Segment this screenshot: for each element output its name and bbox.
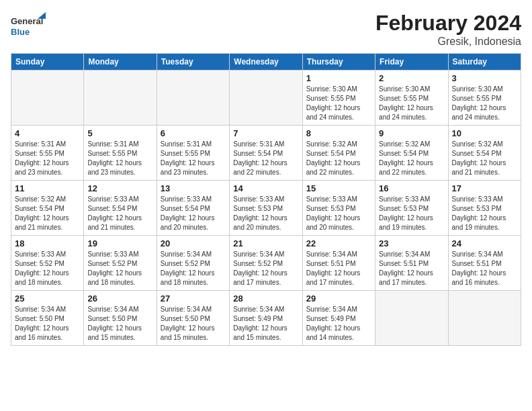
table-row: 27Sunrise: 5:34 AMSunset: 5:50 PMDayligh… xyxy=(157,291,229,346)
col-friday: Friday xyxy=(375,54,448,71)
table-row: 23Sunrise: 5:34 AMSunset: 5:51 PMDayligh… xyxy=(375,236,448,291)
day-number: 29 xyxy=(306,293,371,304)
day-number: 12 xyxy=(87,183,152,193)
day-info: Sunrise: 5:33 AMSunset: 5:53 PMDaylight:… xyxy=(233,195,298,232)
day-number: 6 xyxy=(161,128,226,138)
day-number: 7 xyxy=(233,128,298,138)
day-number: 21 xyxy=(233,238,298,248)
day-info: Sunrise: 5:31 AMSunset: 5:55 PMDaylight:… xyxy=(161,140,226,177)
day-number: 4 xyxy=(15,128,80,138)
table-row: 13Sunrise: 5:33 AMSunset: 5:54 PMDayligh… xyxy=(157,181,229,236)
day-info: Sunrise: 5:34 AMSunset: 5:50 PMDaylight:… xyxy=(15,305,80,342)
day-info: Sunrise: 5:33 AMSunset: 5:53 PMDaylight:… xyxy=(452,195,517,232)
table-row xyxy=(84,71,157,126)
day-number: 11 xyxy=(15,183,80,193)
day-info: Sunrise: 5:34 AMSunset: 5:52 PMDaylight:… xyxy=(161,250,226,287)
table-row: 8Sunrise: 5:32 AMSunset: 5:54 PMDaylight… xyxy=(302,126,375,181)
table-row: 3Sunrise: 5:30 AMSunset: 5:55 PMDaylight… xyxy=(448,71,521,126)
day-info: Sunrise: 5:32 AMSunset: 5:54 PMDaylight:… xyxy=(306,140,371,177)
day-info: Sunrise: 5:34 AMSunset: 5:51 PMDaylight:… xyxy=(379,250,444,287)
table-row: 20Sunrise: 5:34 AMSunset: 5:52 PMDayligh… xyxy=(157,236,229,291)
calendar-week-row: 11Sunrise: 5:32 AMSunset: 5:54 PMDayligh… xyxy=(11,181,521,236)
table-row: 16Sunrise: 5:33 AMSunset: 5:53 PMDayligh… xyxy=(375,181,448,236)
day-number: 19 xyxy=(87,238,152,248)
day-info: Sunrise: 5:34 AMSunset: 5:52 PMDaylight:… xyxy=(233,250,298,287)
col-thursday: Thursday xyxy=(302,54,375,71)
day-number: 13 xyxy=(161,183,226,193)
table-row xyxy=(375,291,448,346)
table-row: 4Sunrise: 5:31 AMSunset: 5:55 PMDaylight… xyxy=(11,126,84,181)
day-number: 14 xyxy=(233,183,298,193)
table-row: 28Sunrise: 5:34 AMSunset: 5:49 PMDayligh… xyxy=(230,291,302,346)
logo: General Blue xyxy=(11,11,51,46)
table-row: 5Sunrise: 5:31 AMSunset: 5:55 PMDaylight… xyxy=(84,126,157,181)
calendar-week-row: 25Sunrise: 5:34 AMSunset: 5:50 PMDayligh… xyxy=(11,291,521,346)
calendar-week-row: 4Sunrise: 5:31 AMSunset: 5:55 PMDaylight… xyxy=(11,126,521,181)
day-number: 10 xyxy=(452,128,517,138)
day-number: 16 xyxy=(379,183,444,193)
calendar-week-row: 1Sunrise: 5:30 AMSunset: 5:55 PMDaylight… xyxy=(11,71,521,126)
table-row xyxy=(230,71,302,126)
calendar-table: Sunday Monday Tuesday Wednesday Thursday… xyxy=(11,53,521,346)
table-row: 22Sunrise: 5:34 AMSunset: 5:51 PMDayligh… xyxy=(302,236,375,291)
calendar-subtitle: Gresik, Indonesia xyxy=(375,36,521,48)
day-info: Sunrise: 5:30 AMSunset: 5:55 PMDaylight:… xyxy=(306,85,371,122)
day-number: 15 xyxy=(306,183,371,193)
day-number: 23 xyxy=(379,238,444,248)
col-wednesday: Wednesday xyxy=(230,54,302,71)
day-info: Sunrise: 5:33 AMSunset: 5:53 PMDaylight:… xyxy=(306,195,371,232)
day-info: Sunrise: 5:31 AMSunset: 5:54 PMDaylight:… xyxy=(233,140,298,177)
table-row: 18Sunrise: 5:33 AMSunset: 5:52 PMDayligh… xyxy=(11,236,84,291)
table-row: 15Sunrise: 5:33 AMSunset: 5:53 PMDayligh… xyxy=(302,181,375,236)
day-number: 2 xyxy=(379,73,444,83)
day-number: 17 xyxy=(452,183,517,193)
table-row: 24Sunrise: 5:34 AMSunset: 5:51 PMDayligh… xyxy=(448,236,521,291)
day-info: Sunrise: 5:30 AMSunset: 5:55 PMDaylight:… xyxy=(452,85,517,122)
col-tuesday: Tuesday xyxy=(157,54,229,71)
calendar-week-row: 18Sunrise: 5:33 AMSunset: 5:52 PMDayligh… xyxy=(11,236,521,291)
day-info: Sunrise: 5:32 AMSunset: 5:54 PMDaylight:… xyxy=(15,195,80,232)
day-number: 1 xyxy=(306,73,371,83)
table-row: 29Sunrise: 5:34 AMSunset: 5:49 PMDayligh… xyxy=(302,291,375,346)
day-info: Sunrise: 5:32 AMSunset: 5:54 PMDaylight:… xyxy=(379,140,444,177)
day-number: 26 xyxy=(87,293,152,304)
table-row xyxy=(157,71,229,126)
table-row: 1Sunrise: 5:30 AMSunset: 5:55 PMDaylight… xyxy=(302,71,375,126)
table-row: 6Sunrise: 5:31 AMSunset: 5:55 PMDaylight… xyxy=(157,126,229,181)
table-row: 19Sunrise: 5:33 AMSunset: 5:52 PMDayligh… xyxy=(84,236,157,291)
logo-svg: General Blue xyxy=(11,11,51,43)
table-row: 11Sunrise: 5:32 AMSunset: 5:54 PMDayligh… xyxy=(11,181,84,236)
day-number: 5 xyxy=(87,128,152,138)
svg-text:Blue: Blue xyxy=(11,27,30,37)
day-info: Sunrise: 5:32 AMSunset: 5:54 PMDaylight:… xyxy=(452,140,517,177)
calendar-header-row: Sunday Monday Tuesday Wednesday Thursday… xyxy=(11,54,521,71)
col-monday: Monday xyxy=(84,54,157,71)
day-info: Sunrise: 5:33 AMSunset: 5:52 PMDaylight:… xyxy=(15,250,80,287)
day-number: 28 xyxy=(233,293,298,304)
day-info: Sunrise: 5:34 AMSunset: 5:50 PMDaylight:… xyxy=(87,305,152,342)
day-number: 9 xyxy=(379,128,444,138)
day-info: Sunrise: 5:34 AMSunset: 5:49 PMDaylight:… xyxy=(306,305,371,342)
table-row: 2Sunrise: 5:30 AMSunset: 5:55 PMDaylight… xyxy=(375,71,448,126)
page-header: General Blue February 2024 Gresik, Indon… xyxy=(11,11,521,48)
day-info: Sunrise: 5:34 AMSunset: 5:51 PMDaylight:… xyxy=(306,250,371,287)
col-sunday: Sunday xyxy=(11,54,84,71)
day-info: Sunrise: 5:33 AMSunset: 5:52 PMDaylight:… xyxy=(87,250,152,287)
day-number: 25 xyxy=(15,293,80,304)
day-number: 3 xyxy=(452,73,517,83)
table-row: 26Sunrise: 5:34 AMSunset: 5:50 PMDayligh… xyxy=(84,291,157,346)
day-number: 8 xyxy=(306,128,371,138)
table-row: 12Sunrise: 5:33 AMSunset: 5:54 PMDayligh… xyxy=(84,181,157,236)
day-info: Sunrise: 5:33 AMSunset: 5:54 PMDaylight:… xyxy=(87,195,152,232)
table-row: 14Sunrise: 5:33 AMSunset: 5:53 PMDayligh… xyxy=(230,181,302,236)
day-info: Sunrise: 5:34 AMSunset: 5:50 PMDaylight:… xyxy=(161,305,226,342)
day-number: 22 xyxy=(306,238,371,248)
day-info: Sunrise: 5:33 AMSunset: 5:53 PMDaylight:… xyxy=(379,195,444,232)
day-info: Sunrise: 5:30 AMSunset: 5:55 PMDaylight:… xyxy=(379,85,444,122)
table-row: 17Sunrise: 5:33 AMSunset: 5:53 PMDayligh… xyxy=(448,181,521,236)
day-info: Sunrise: 5:34 AMSunset: 5:51 PMDaylight:… xyxy=(452,250,517,287)
day-number: 24 xyxy=(452,238,517,248)
table-row: 10Sunrise: 5:32 AMSunset: 5:54 PMDayligh… xyxy=(448,126,521,181)
table-row xyxy=(448,291,521,346)
col-saturday: Saturday xyxy=(448,54,521,71)
